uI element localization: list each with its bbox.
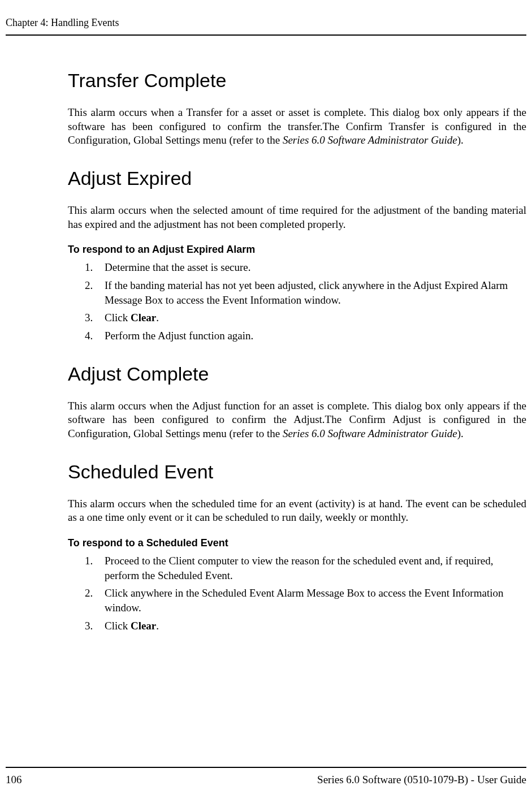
list-adjust-expired: 1. Determine that the asset is secure. 2… (68, 260, 526, 343)
list-item: 1. Determine that the asset is secure. (85, 260, 526, 275)
para-transfer-complete: This alarm occurs when a Transfer for a … (68, 106, 526, 148)
subheading-adjust-expired: To respond to an Adjust Expired Alarm (68, 244, 526, 256)
subheading-scheduled-event: To respond to a Scheduled Event (68, 537, 526, 549)
list-item: 3. Click Clear. (85, 619, 526, 633)
page-container: Chapter 4: Handling Events Transfer Comp… (0, 0, 532, 803)
content-area: Transfer Complete This alarm occurs when… (6, 70, 526, 633)
list-item: 3. Click Clear. (85, 310, 526, 325)
list-item: 2. Click anywhere in the Scheduled Event… (85, 586, 526, 615)
para-adjust-expired: This alarm occurs when the selected amou… (68, 204, 526, 231)
list-num: 3. (85, 310, 93, 325)
list-item: 1. Proceed to the Client computer to vie… (85, 554, 526, 582)
list-num: 1. (85, 554, 93, 568)
list-scheduled-event: 1. Proceed to the Client computer to vie… (68, 554, 526, 633)
footer-row: 106 Series 6.0 Software (0510-1079-B) - … (6, 774, 526, 786)
list-num: 2. (85, 278, 93, 293)
para-scheduled-event: This alarm occurs when the scheduled tim… (68, 497, 526, 525)
list-num: 4. (85, 329, 93, 343)
footer-doc-title: Series 6.0 Software (0510-1079-B) - User… (317, 774, 526, 786)
list-text: Perform the Adjust function again. (105, 330, 253, 342)
header-rule (6, 34, 526, 36)
footer: 106 Series 6.0 Software (0510-1079-B) - … (6, 767, 526, 786)
list-num: 1. (85, 260, 93, 275)
heading-adjust-expired: Adjust Expired (68, 167, 526, 189)
list-text: . (156, 620, 159, 632)
list-item: 4. Perform the Adjust function again. (85, 329, 526, 343)
text-italic: Series 6.0 Software Administrator Guide (283, 134, 457, 146)
text-span: ). (457, 134, 464, 146)
footer-rule (6, 767, 526, 768)
heading-scheduled-event: Scheduled Event (68, 461, 526, 483)
para-adjust-complete: This alarm occurs when the Adjust functi… (68, 399, 526, 441)
heading-adjust-complete: Adjust Complete (68, 363, 526, 385)
list-text: Click (105, 620, 131, 632)
page-number: 106 (6, 774, 22, 786)
chapter-header: Chapter 4: Handling Events (6, 17, 526, 29)
list-num: 2. (85, 586, 93, 601)
list-num: 3. (85, 619, 93, 633)
list-text: Determine that the asset is secure. (105, 261, 251, 273)
heading-transfer-complete: Transfer Complete (68, 70, 526, 92)
list-text: Proceed to the Client computer to view t… (105, 555, 493, 581)
text-italic: Series 6.0 Software Administrator Guide (283, 428, 457, 439)
list-text: Click (105, 312, 131, 323)
list-text: Click anywhere in the Scheduled Event Al… (105, 587, 503, 614)
text-bold: Clear (131, 312, 156, 323)
text-bold: Clear (131, 620, 156, 632)
text-span: ). (457, 428, 464, 439)
list-text: If the banding material has not yet been… (105, 279, 508, 306)
list-text: . (156, 312, 159, 323)
list-item: 2. If the banding material has not yet b… (85, 278, 526, 307)
